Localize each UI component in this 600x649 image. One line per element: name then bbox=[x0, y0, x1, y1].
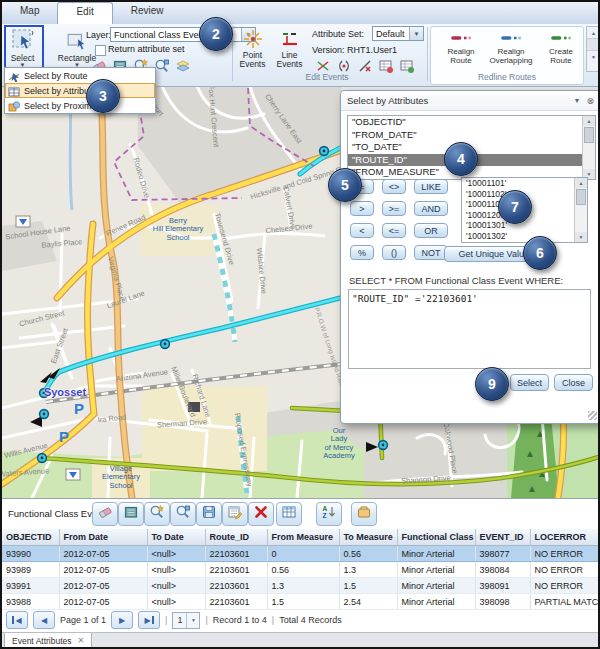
event-table-green-icon[interactable] bbox=[398, 57, 415, 74]
delete-button[interactable] bbox=[248, 502, 274, 526]
menu-item-select-by-attributes[interactable]: Select by Attributes bbox=[5, 83, 155, 98]
table-cell: 22103601 bbox=[205, 546, 267, 562]
dialog-title: Select by Attributes bbox=[347, 95, 428, 106]
field-item[interactable]: "FROM_DATE" bbox=[348, 129, 595, 142]
save-button[interactable] bbox=[196, 502, 222, 526]
attribute-set-combo[interactable]: Default ▼ bbox=[372, 26, 424, 41]
layer-label: Layer: bbox=[86, 30, 111, 40]
scroll-up-icon[interactable]: ▲ bbox=[575, 178, 587, 188]
ribbon-scroll-down-icon[interactable]: ▼ bbox=[587, 51, 600, 62]
scroll-down-icon[interactable]: ▼ bbox=[575, 232, 587, 242]
operator-button-<[interactable]: < bbox=[350, 223, 374, 238]
operator-button-<>[interactable]: <> bbox=[382, 179, 406, 194]
zoom-events-icon bbox=[175, 504, 191, 524]
attribute-set-value: Default bbox=[373, 29, 409, 39]
line-events-button[interactable]: Line Events bbox=[272, 28, 307, 70]
realign-route-button[interactable]: Realign Route bbox=[435, 32, 487, 65]
bottom-tab-label: Event Attributes bbox=[12, 636, 72, 646]
parking-label: P bbox=[74, 401, 84, 418]
zoom-events-button[interactable] bbox=[170, 502, 196, 526]
sort-button[interactable]: AZ bbox=[316, 502, 342, 526]
dialog-close-button[interactable]: Close bbox=[554, 374, 593, 391]
edit-dates-button[interactable] bbox=[222, 502, 248, 526]
dialog-resize-grip[interactable] bbox=[588, 411, 597, 420]
dialog-title-bar[interactable]: Select by Attributes ▼ ⊗ bbox=[341, 91, 600, 111]
operator-button-()[interactable]: () bbox=[382, 245, 406, 260]
attribute-table-icon bbox=[281, 504, 297, 524]
operator-button-OR[interactable]: OR bbox=[414, 223, 448, 238]
attribute-table-button[interactable] bbox=[276, 502, 302, 526]
last-page-button[interactable]: ▶ bbox=[138, 611, 160, 629]
tab-edit[interactable]: Edit bbox=[57, 2, 112, 24]
zoom-selected-button[interactable] bbox=[144, 502, 170, 526]
tab-event-attributes[interactable]: Event Attributes ✕ bbox=[4, 633, 92, 649]
realign-overlapping-button[interactable]: Realign Overlapping bbox=[485, 32, 537, 65]
operator-button-AND[interactable]: AND bbox=[414, 201, 448, 216]
ribbon-scrollbar[interactable]: ▲ ▼ bbox=[586, 26, 600, 72]
column-header-functional-class[interactable]: Functional Class bbox=[397, 529, 475, 546]
column-header-objectid[interactable]: OBJECTID bbox=[2, 529, 59, 546]
return-attribute-set-checkbox[interactable] bbox=[95, 45, 106, 56]
menu-item-select-by-route[interactable]: Select by Route bbox=[5, 68, 155, 83]
prev-page-button[interactable]: ◀ bbox=[33, 611, 55, 629]
page-number-caret-icon[interactable]: ▼ bbox=[186, 613, 199, 628]
column-header-from-date[interactable]: From Date bbox=[59, 529, 147, 546]
table-row[interactable]: 939912012-07-05<null>221036011.31.5Minor… bbox=[2, 578, 600, 594]
layers-icon[interactable] bbox=[174, 57, 191, 74]
export-button[interactable] bbox=[351, 502, 377, 526]
page-number-dropdown[interactable]: 1 ▼ bbox=[172, 612, 200, 629]
table-cell: 22103601 bbox=[205, 578, 267, 594]
operator-button->[interactable]: > bbox=[350, 201, 374, 216]
menu-item-select-by-proximity[interactable]: Select by Proximity bbox=[5, 98, 155, 113]
value-item[interactable]: '10001301' bbox=[462, 220, 587, 231]
column-header-to-date[interactable]: To Date bbox=[147, 529, 205, 546]
page-indicator: Page 1 of 1 bbox=[60, 615, 106, 625]
dialog-menu-caret-icon[interactable]: ▼ bbox=[574, 97, 581, 104]
attribute-set-combo-arrow-icon[interactable]: ▼ bbox=[409, 27, 423, 40]
field-item[interactable]: "OBJECTID" bbox=[348, 116, 595, 129]
field-list-scrollbar[interactable]: ▲ ▼ bbox=[582, 116, 595, 179]
callout-4: 4 bbox=[444, 142, 478, 176]
svg-text:Z: Z bbox=[323, 512, 327, 519]
first-page-button[interactable]: ◀ bbox=[6, 611, 28, 629]
operator-button-NOT[interactable]: NOT bbox=[414, 245, 448, 260]
value-item[interactable]: '10001101' bbox=[462, 178, 587, 189]
operator-button-<=[interactable]: <= bbox=[382, 223, 406, 238]
value-item[interactable]: '10001302' bbox=[462, 231, 587, 242]
table-row[interactable]: 939892012-07-05<null>221036010.561.3Mino… bbox=[2, 562, 600, 578]
table-row[interactable]: 939902012-07-05<null>2210360100.56Minor … bbox=[2, 546, 600, 562]
select-by-attributes-dialog: Select by Attributes ▼ ⊗ "OBJECTID""FROM… bbox=[340, 90, 600, 424]
table-cell: NO ERROR bbox=[530, 546, 600, 562]
zoom-selected-icon bbox=[149, 504, 165, 524]
ribbon-scroll-up-icon[interactable]: ▲ bbox=[587, 27, 600, 39]
column-header-route_id[interactable]: Route_ID bbox=[205, 529, 267, 546]
create-route-button[interactable]: Create Route bbox=[535, 32, 587, 65]
column-header-from-measure[interactable]: From Measure bbox=[267, 529, 339, 546]
operator-button-%[interactable]: % bbox=[350, 245, 374, 260]
event-editor-window: SyossetPPBerry Hill Elementary SchoolSou… bbox=[0, 0, 600, 649]
table-cell: Minor Arterial bbox=[397, 546, 475, 562]
export-icon bbox=[356, 504, 372, 524]
value-list-scrollbar[interactable]: ▲ ▼ bbox=[574, 178, 587, 242]
dialog-close-icon[interactable]: ⊗ bbox=[586, 96, 594, 106]
table-row[interactable]: 939882012-07-05<null>221036011.52.54Mino… bbox=[2, 594, 600, 610]
table-cell: Minor Arterial bbox=[397, 594, 475, 610]
next-page-button[interactable]: ▶ bbox=[111, 611, 133, 629]
tab-close-icon[interactable]: ✕ bbox=[78, 636, 85, 645]
dialog-select-button[interactable]: Select bbox=[510, 374, 549, 391]
point-events-button[interactable]: Point Events bbox=[235, 28, 270, 70]
table-cell: NO ERROR bbox=[530, 578, 600, 594]
column-header-to-measure[interactable]: To Measure bbox=[339, 529, 397, 546]
column-header-event_id[interactable]: EVENT_ID bbox=[475, 529, 530, 546]
operator-button->=[interactable]: >= bbox=[382, 201, 406, 216]
operator-button-LIKE[interactable]: LIKE bbox=[414, 179, 448, 194]
tab-review[interactable]: Review bbox=[113, 2, 182, 24]
tab-map[interactable]: Map bbox=[2, 2, 57, 24]
column-header-locerror[interactable]: LOCERROR bbox=[530, 529, 600, 546]
version-label: Version: RHT1.User1 bbox=[312, 45, 397, 55]
where-statement-label: SELECT * FROM Functional Class Event WHE… bbox=[349, 275, 563, 286]
eraser-button[interactable] bbox=[92, 502, 118, 526]
show-selected-button[interactable] bbox=[118, 502, 144, 526]
scroll-up-icon[interactable]: ▲ bbox=[583, 116, 595, 126]
where-clause-input[interactable]: "ROUTE_ID" ='22103601' bbox=[348, 289, 591, 369]
